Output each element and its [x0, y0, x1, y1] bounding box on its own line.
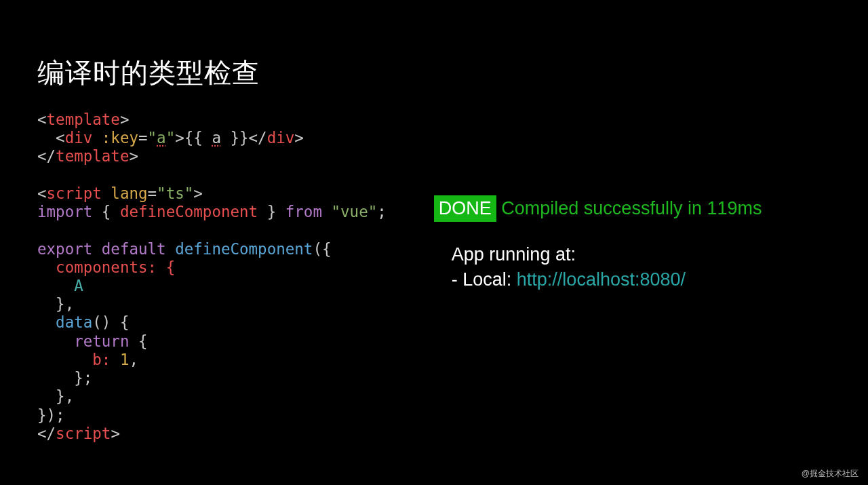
running-at-line: App running at:	[452, 242, 762, 267]
tok-error: a	[157, 129, 166, 147]
tok: }	[258, 203, 285, 220]
tok: data	[56, 313, 92, 331]
local-url-line: - Local: http://localhost:8080/	[452, 267, 762, 292]
tok: <	[37, 129, 65, 147]
local-url: http://localhost:8080/	[517, 269, 686, 290]
tok: A	[37, 277, 83, 294]
watermark: @掘金技术社区	[802, 468, 859, 480]
tok: script	[47, 185, 102, 202]
tok	[166, 240, 176, 258]
tok	[322, 203, 332, 220]
success-message: Compiled successfully in 119ms	[496, 198, 762, 218]
tok: });	[37, 406, 65, 424]
tok: >{{	[175, 129, 212, 147]
content-row: <template> <div :key="a">{{ a }}</div> <…	[37, 111, 831, 443]
terminal-output: DONE Compiled successfully in 119ms App …	[434, 195, 762, 443]
tok: </	[37, 425, 56, 442]
tok: },	[37, 387, 74, 405]
tok: ({	[313, 240, 331, 258]
status-line: DONE Compiled successfully in 119ms	[434, 195, 762, 222]
tok: "ts"	[157, 185, 193, 202]
tok: ,	[129, 351, 138, 368]
tok: default	[102, 240, 166, 258]
tok: ;	[377, 203, 387, 220]
tok: },	[37, 295, 74, 313]
tok: lang	[102, 185, 148, 202]
tok: >	[120, 111, 130, 128]
tok: "	[148, 129, 157, 147]
tok: };	[37, 369, 92, 387]
tok: >	[294, 129, 304, 147]
tok: b:	[37, 351, 120, 368]
local-label: - Local:	[452, 269, 517, 290]
tok: 1	[120, 351, 130, 368]
slide: 编译时的类型检查 <template> <div :key="a">{{ a }…	[0, 0, 868, 443]
tok: import	[37, 203, 92, 220]
tok: >	[193, 185, 203, 202]
tok: template	[56, 147, 129, 165]
tok: defineComponent	[175, 240, 313, 258]
tok: () {	[92, 313, 129, 331]
tok: </	[37, 147, 56, 165]
tok: :key	[92, 129, 138, 147]
tok: =	[148, 185, 157, 202]
tok	[92, 240, 102, 258]
tok: >	[111, 425, 120, 442]
tok: defineComponent	[120, 203, 258, 220]
tok: }}</	[221, 129, 267, 147]
tok: components: {	[37, 258, 175, 276]
tok: div	[65, 129, 93, 147]
tok: {	[129, 332, 147, 350]
tok: template	[47, 111, 120, 128]
tok: <	[37, 111, 47, 128]
tok: return	[74, 332, 129, 350]
tok: export	[37, 240, 92, 258]
tok: from	[285, 203, 322, 220]
tok: "	[166, 129, 176, 147]
done-badge: DONE	[434, 195, 496, 222]
tok: >	[129, 147, 138, 165]
tok: =	[138, 129, 148, 147]
tok: <	[37, 185, 47, 202]
tok: div	[267, 129, 295, 147]
tok: {	[92, 203, 120, 220]
code-block: <template> <div :key="a">{{ a }}</div> <…	[37, 111, 387, 443]
slide-title: 编译时的类型检查	[37, 54, 831, 92]
tok: script	[56, 425, 111, 442]
tok-error: a	[212, 129, 221, 147]
tok: "vue"	[332, 203, 378, 220]
tok	[37, 313, 56, 331]
tok	[37, 332, 74, 350]
